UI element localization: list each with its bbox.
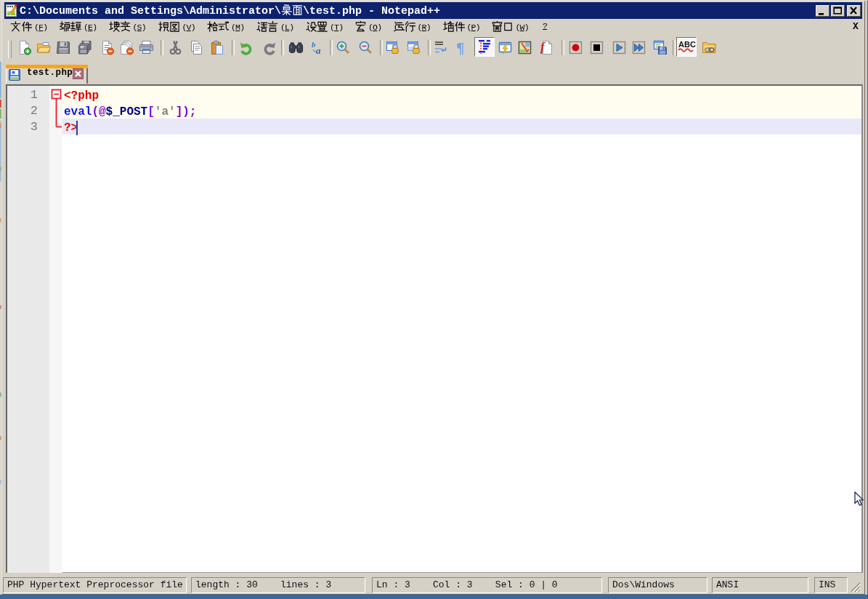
svg-text:¶: ¶ [456, 40, 464, 55]
svg-text:a: a [316, 45, 321, 55]
svg-text:ABC: ABC [678, 40, 696, 49]
